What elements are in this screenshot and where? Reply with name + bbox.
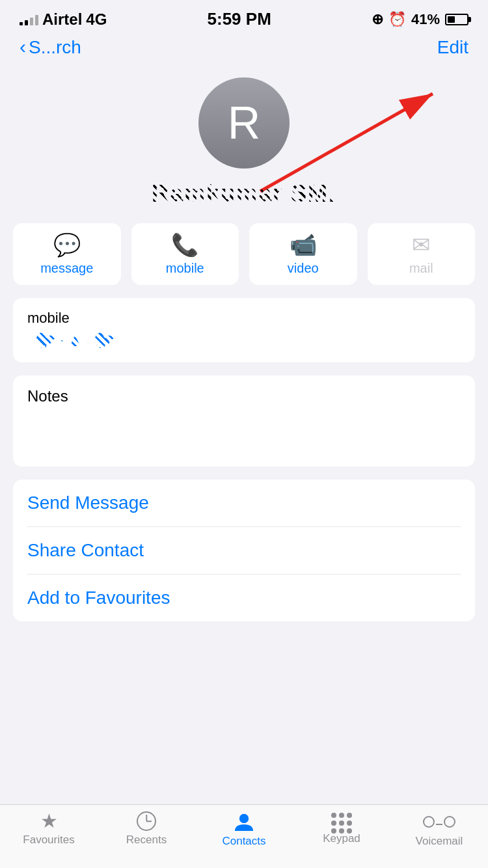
message-button[interactable]: 💬 message [13, 223, 121, 285]
tab-voicemail[interactable]: Voicemail [390, 811, 488, 848]
mail-button[interactable]: ✉ mail [368, 223, 476, 285]
message-icon: 💬 [53, 234, 81, 256]
phone-field-label: mobile [27, 310, 461, 327]
mobile-label: mobile [166, 261, 204, 276]
nav-bar: ‹ S...rch Edit [0, 34, 488, 64]
video-label: video [288, 261, 319, 276]
network-label: 4G [86, 10, 107, 29]
carrier-label: Airtel [42, 10, 82, 29]
notes-label: Notes [27, 387, 461, 405]
back-label: S...rch [29, 37, 81, 58]
alarm-icon: ⏰ [388, 11, 406, 28]
mobile-call-button[interactable]: 📞 mobile [131, 223, 239, 285]
tab-contacts-label: Contacts [222, 835, 265, 848]
contact-header: R Ramkumar SM. [0, 64, 488, 223]
status-right: ⊕ ⏰ 41% [372, 11, 468, 28]
battery-label: 41% [411, 11, 440, 28]
notes-section: Notes [13, 375, 475, 467]
signal-icon [20, 14, 38, 25]
avatar-letter: R [228, 100, 261, 146]
mail-icon: ✉ [412, 234, 430, 256]
message-label: message [40, 261, 93, 276]
video-icon: 📹 [290, 234, 317, 256]
send-message-button[interactable]: Send Message [13, 480, 475, 526]
add-to-favourites-button[interactable]: Add to Favourites [13, 575, 475, 621]
keypad-icon [331, 811, 352, 830]
lock-icon: ⊕ [372, 11, 383, 28]
edit-button[interactable]: Edit [437, 37, 468, 58]
tab-keypad[interactable]: Keypad [293, 811, 390, 845]
chevron-left-icon: ‹ [20, 37, 26, 57]
action-buttons-row: 💬 message 📞 mobile 📹 video ✉ mail [0, 223, 488, 285]
actions-list: Send Message Share Contact Add to Favour… [13, 480, 475, 621]
time-label: 5:59 PM [208, 9, 271, 29]
tab-favourites[interactable]: ★ Favourites [0, 811, 98, 847]
tab-recents[interactable]: Recents [98, 811, 195, 847]
favourites-star-icon: ★ [40, 811, 58, 831]
contact-name: Ramkumar SM. [152, 180, 336, 208]
phone-field-value: ·🐦·▲·🐦 [27, 329, 118, 351]
battery-icon [445, 14, 468, 25]
phone-icon: 📞 [171, 234, 198, 256]
share-contact-button[interactable]: Share Contact [13, 527, 475, 574]
video-button[interactable]: 📹 video [249, 223, 357, 285]
tab-voicemail-label: Voicemail [416, 835, 463, 848]
tab-keypad-label: Keypad [323, 832, 360, 845]
contacts-person-icon [234, 811, 254, 832]
clock-icon [137, 811, 156, 831]
avatar: R [198, 77, 290, 169]
status-bar: Airtel 4G 5:59 PM ⊕ ⏰ 41% [0, 0, 488, 34]
tab-favourites-label: Favourites [23, 834, 74, 847]
status-left: Airtel 4G [20, 10, 107, 29]
tab-recents-label: Recents [126, 834, 167, 847]
contact-name-text: Ramkumar SM. [152, 180, 336, 207]
tab-contacts[interactable]: Contacts [195, 811, 293, 848]
tab-bar: ★ Favourites Recents Contacts [0, 804, 488, 868]
mail-label: mail [409, 261, 433, 276]
svg-point-4 [241, 814, 247, 821]
voicemail-icon [423, 811, 455, 832]
back-button[interactable]: ‹ S...rch [20, 37, 81, 58]
mobile-info-section: mobile ·🐦·▲·🐦 [13, 298, 475, 362]
